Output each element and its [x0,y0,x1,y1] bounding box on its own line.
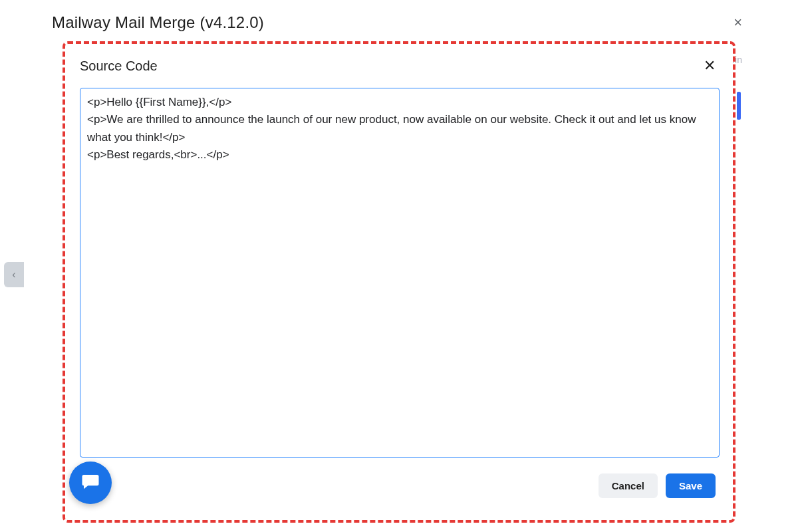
save-button[interactable]: Save [666,473,716,498]
left-collapse-tab[interactable]: ‹ [4,262,24,287]
chat-fab-button[interactable] [69,462,112,504]
source-code-dialog: Source Code ✕ Cancel Save [70,48,729,513]
chevron-left-icon: ‹ [12,269,15,281]
source-code-textarea[interactable] [80,88,720,458]
dialog-close-button[interactable]: ✕ [700,57,720,74]
app-titlebar: Mailway Mail Merge (v4.12.0) × [0,9,798,36]
background-blue-sliver [737,92,741,120]
background-peek-text: .in [732,55,742,65]
cancel-button[interactable]: Cancel [598,473,658,498]
dialog-header: Source Code ✕ [70,48,729,82]
app-close-button[interactable]: × [730,13,746,33]
chat-icon [80,471,100,494]
dialog-title: Source Code [80,59,158,74]
app-title: Mailway Mail Merge (v4.12.0) [52,13,264,32]
dialog-footer: Cancel Save [70,458,729,498]
